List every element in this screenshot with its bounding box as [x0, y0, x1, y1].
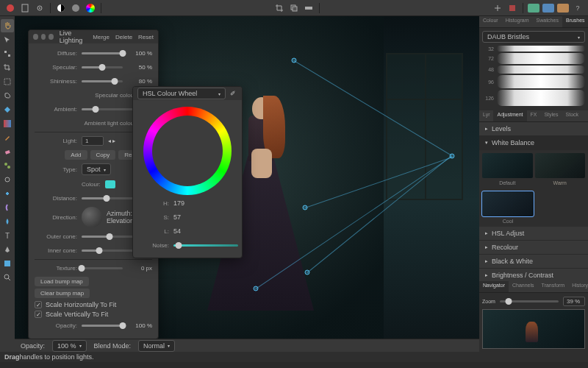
- light-index-input[interactable]: 1: [82, 136, 104, 146]
- tab-styles[interactable]: Styles: [540, 110, 562, 121]
- move-tool[interactable]: [1, 33, 14, 46]
- shininess-slider[interactable]: [82, 80, 123, 82]
- file-icon[interactable]: [19, 2, 31, 14]
- brush-tool[interactable]: [1, 131, 14, 144]
- blur-tool[interactable]: [1, 215, 14, 228]
- brush-preset[interactable]: 126: [482, 90, 585, 106]
- hsl-color-wheel[interactable]: [143, 107, 232, 195]
- tab-stock[interactable]: Stock: [562, 110, 583, 121]
- minimize-icon[interactable]: [41, 34, 46, 40]
- tab-layers[interactable]: Lyr: [479, 110, 493, 121]
- color-picker-panel[interactable]: HSL Colour Wheel▾ ✐ H:179 S:57 L:54 Nois…: [132, 86, 243, 258]
- tab-colour[interactable]: Colour: [479, 16, 502, 27]
- light-color-swatch[interactable]: [105, 180, 115, 188]
- brush-preset[interactable]: 32: [482, 46, 585, 52]
- zoom-slider[interactable]: [500, 300, 559, 302]
- adjustment-bw[interactable]: ▸Black & White: [479, 255, 588, 269]
- overlay-icon[interactable]: [288, 2, 300, 14]
- crop-tool[interactable]: [1, 61, 14, 74]
- adjustment-hsl[interactable]: ▸HSL Adjust: [479, 227, 588, 241]
- close-icon[interactable]: [33, 34, 38, 40]
- tab-adjustment[interactable]: Adjustment: [493, 110, 526, 121]
- noise-slider[interactable]: [173, 244, 238, 247]
- hand-tool[interactable]: [1, 19, 14, 32]
- persona-liquify-icon[interactable]: [542, 4, 554, 13]
- erase-tool[interactable]: [1, 145, 14, 158]
- select-rect-tool[interactable]: [1, 75, 14, 88]
- clear-bump-button[interactable]: Clear bump map: [35, 289, 90, 298]
- scale-h-checkbox[interactable]: Scale Horizontally To Fit: [35, 301, 152, 308]
- help-icon[interactable]: ?: [572, 2, 584, 14]
- brush-preset[interactable]: 72: [482, 53, 585, 64]
- palette-icon[interactable]: [85, 2, 96, 14]
- smudge-tool[interactable]: [1, 201, 14, 214]
- adjustment-recolour[interactable]: ▸Recolour: [479, 241, 588, 255]
- preset-default[interactable]: [482, 153, 533, 178]
- tab-swatches[interactable]: Swatches: [533, 16, 562, 27]
- tab-histogram[interactable]: Histogram: [502, 16, 533, 27]
- tab-fx[interactable]: FX: [527, 110, 541, 121]
- flood-tool[interactable]: [1, 103, 14, 116]
- brush-preset[interactable]: 48: [482, 66, 585, 74]
- preset-warm[interactable]: [535, 153, 586, 178]
- tab-channels[interactable]: Channels: [509, 281, 538, 292]
- brush-category-dropdown[interactable]: DAUB Bristles▾: [482, 31, 585, 43]
- svg-point-3: [39, 7, 40, 9]
- copy-button[interactable]: Copy: [90, 150, 116, 160]
- texture-slider[interactable]: [82, 267, 123, 269]
- tab-navigator[interactable]: Navigator: [479, 281, 509, 292]
- select-free-tool[interactable]: [1, 89, 14, 102]
- quickmask-icon[interactable]: [506, 2, 518, 14]
- zoom-value[interactable]: 39 %: [563, 297, 585, 306]
- scale-v-checkbox[interactable]: Scale Vertically To Fit: [35, 311, 152, 318]
- merge-button[interactable]: Merge: [93, 34, 110, 40]
- brush-preset[interactable]: 96: [482, 75, 585, 88]
- tab-history[interactable]: History: [568, 281, 588, 292]
- diffuse-slider[interactable]: [82, 52, 123, 54]
- blend-mode-dropdown[interactable]: Normal▾: [138, 340, 175, 352]
- text-tool[interactable]: T: [1, 229, 14, 242]
- shape-tool[interactable]: [1, 257, 14, 270]
- reset-button[interactable]: Reset: [138, 34, 154, 40]
- clone-tool[interactable]: [1, 159, 14, 172]
- delete-button[interactable]: Delete: [115, 34, 132, 40]
- tab-brushes[interactable]: Brushes: [562, 16, 588, 27]
- persona-photo-icon[interactable]: [528, 4, 539, 13]
- add-button[interactable]: Add: [65, 150, 87, 160]
- context-toolbar: Opacity: 100 %▾ Blend Mode: Normal▾: [15, 339, 479, 352]
- saturation-icon[interactable]: [70, 2, 82, 14]
- crop-icon[interactable]: [273, 2, 285, 14]
- direction-dial[interactable]: [82, 207, 102, 227]
- maximize-icon[interactable]: [49, 34, 54, 40]
- load-bump-button[interactable]: Load bump map: [35, 277, 89, 286]
- node-tool[interactable]: [1, 47, 14, 60]
- status-bar: Drag handles to position lights.: [0, 352, 588, 362]
- gear-icon[interactable]: [34, 2, 46, 14]
- tab-transform[interactable]: Transform: [538, 281, 569, 292]
- snap-icon[interactable]: [492, 2, 503, 14]
- svg-rect-14: [5, 150, 10, 155]
- svg-rect-1: [22, 4, 28, 12]
- pen-tool[interactable]: [1, 243, 14, 256]
- right-studio: Colour Histogram Swatches Brushes DAUB B…: [479, 16, 588, 352]
- type-dropdown[interactable]: Spot▾: [82, 163, 111, 175]
- color-mode-dropdown[interactable]: HSL Colour Wheel▾: [137, 88, 226, 99]
- svg-rect-13: [4, 120, 11, 127]
- persona-develop-icon[interactable]: [557, 4, 569, 13]
- adjustment-white-balance[interactable]: ▾White Balance: [479, 136, 588, 150]
- opacity-slider[interactable]: [82, 325, 123, 327]
- zoom-tool[interactable]: [1, 271, 14, 284]
- arrange-icon[interactable]: [303, 2, 315, 14]
- adjustment-brightness[interactable]: ▸Brightness / Contrast: [479, 269, 588, 281]
- eyedropper-icon[interactable]: ✐: [229, 90, 237, 97]
- specular-slider[interactable]: [82, 66, 123, 68]
- layer-opacity-dropdown[interactable]: 100 %▾: [52, 340, 87, 352]
- gradient-tool[interactable]: [1, 117, 14, 130]
- bw-icon[interactable]: [55, 2, 67, 14]
- dodge-tool[interactable]: [1, 173, 14, 186]
- heal-tool[interactable]: [1, 187, 14, 200]
- preset-cool[interactable]: [482, 191, 534, 216]
- canvas[interactable]: Live Lighting Merge Delete Reset Diffuse…: [15, 16, 479, 352]
- navigator-thumbnail[interactable]: [482, 309, 585, 349]
- adjustment-levels[interactable]: ▸Levels: [479, 122, 588, 136]
